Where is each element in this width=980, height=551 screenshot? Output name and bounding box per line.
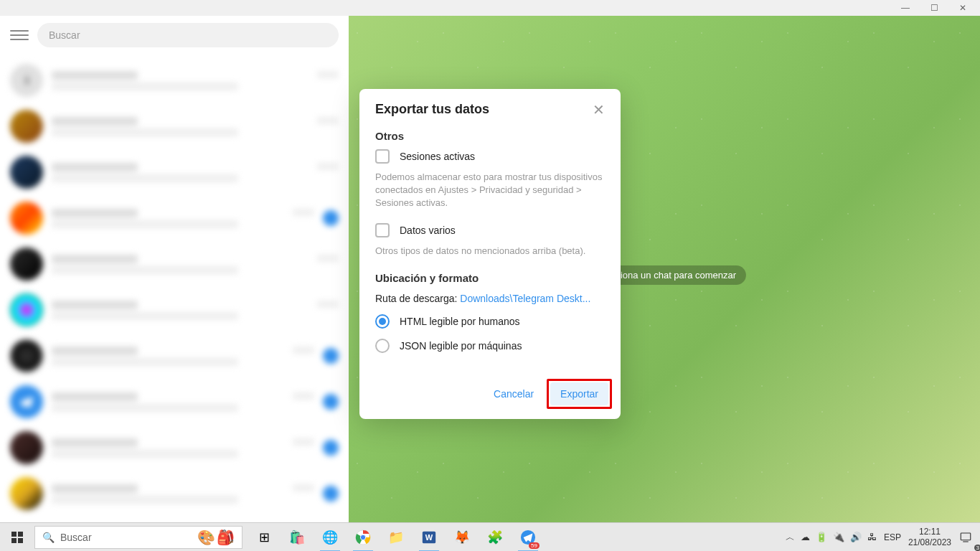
notification-icon <box>959 531 972 544</box>
avatar: ⬇ <box>10 64 43 97</box>
hamburger-menu-button[interactable] <box>10 26 29 44</box>
system-tray: ︿ ☁ 🔋 🔌 🔊 🖧 ESP 12:11 21/08/2023 3 <box>778 527 980 547</box>
checkbox-row-datos-varios[interactable]: Datos varios <box>375 223 605 237</box>
window-titlebar: — ☐ ✕ <box>0 0 980 16</box>
windows-icon <box>11 532 23 543</box>
svg-rect-2 <box>11 538 17 543</box>
chat-list-item[interactable] <box>0 103 349 149</box>
download-path-link[interactable]: Downloads\Telegram Deskt... <box>460 293 590 304</box>
radio-icon <box>375 339 390 353</box>
taskbar-search-widget-icon: 🎒 <box>217 529 235 546</box>
taskbar-search-input[interactable]: 🔍 Buscar 🎨 🎒 <box>34 526 242 549</box>
avatar <box>10 293 43 326</box>
search-icon: 🔍 <box>42 532 55 543</box>
taskbar-pinned-apps: ⊞ 🛍️ 🌐 📁 W 🦊 🧩 59 <box>245 523 547 552</box>
tray-clock[interactable]: 12:11 21/08/2023 <box>908 527 951 547</box>
dialog-body[interactable]: Otros Sesiones activas Podemos almacenar… <box>359 124 621 372</box>
tray-onedrive-icon[interactable]: ☁ <box>801 532 810 542</box>
tray-network-icon[interactable]: 🖧 <box>867 532 877 542</box>
radio-row-html[interactable]: HTML legible por humanos <box>375 314 605 329</box>
taskbar-search-widget-icon: 🎨 <box>197 529 215 546</box>
svg-rect-3 <box>18 538 23 543</box>
taskbar-app-telegram[interactable]: 59 <box>512 523 544 552</box>
tray-time: 12:11 <box>908 527 951 537</box>
chat-list-item[interactable] <box>0 471 349 517</box>
chat-list-item[interactable] <box>0 333 349 379</box>
tray-volume-icon[interactable]: 🔊 <box>850 532 862 542</box>
checkbox-label: Datos varios <box>400 225 456 236</box>
tray-date: 21/08/2023 <box>908 537 951 547</box>
word-icon: W <box>421 529 437 545</box>
chat-list-item[interactable] <box>0 195 349 241</box>
taskbar-app-puzzle[interactable]: 🧩 <box>479 523 511 552</box>
export-button-highlight: Exportar <box>547 379 612 409</box>
avatar <box>10 110 43 143</box>
search-placeholder: Buscar <box>49 29 80 41</box>
cancel-button[interactable]: Cancelar <box>484 382 544 405</box>
tray-battery-icon[interactable]: 🔋 <box>816 532 827 542</box>
svg-rect-0 <box>11 532 17 537</box>
chat-list: ⬇ <box>0 55 349 522</box>
checkbox-icon <box>375 223 390 237</box>
radio-label: JSON legible por máquinas <box>400 340 522 352</box>
window-minimize-button[interactable]: — <box>891 0 920 16</box>
dialog-header: Exportar tus datos ✕ <box>359 89 621 124</box>
avatar <box>10 156 43 189</box>
checkbox-row-sesiones-activas[interactable]: Sesiones activas <box>375 149 605 164</box>
avatar <box>10 385 43 418</box>
chat-list-item[interactable] <box>0 425 349 471</box>
avatar <box>10 202 43 235</box>
window-maximize-button[interactable]: ☐ <box>920 0 948 16</box>
tray-language-indicator[interactable]: ESP <box>884 532 901 542</box>
section-label-ubicacion: Ubicación y formato <box>375 272 605 284</box>
chat-list-item[interactable] <box>0 379 349 425</box>
svg-rect-1 <box>18 532 23 537</box>
dialog-title: Exportar tus datos <box>375 102 489 117</box>
avatar <box>10 339 43 372</box>
notification-count: 3 <box>974 545 980 551</box>
taskbar-app-edge[interactable]: 🌐 <box>314 523 346 552</box>
svg-text:W: W <box>425 532 433 541</box>
taskbar-app-gimp[interactable]: 🦊 <box>446 523 478 552</box>
download-path-label: Ruta de descarga: <box>375 293 460 304</box>
tray-notifications-button[interactable]: 3 <box>958 530 973 545</box>
chrome-icon <box>355 529 371 545</box>
dialog-close-button[interactable]: ✕ <box>593 103 605 117</box>
tray-power-icon[interactable]: 🔌 <box>833 532 844 542</box>
chat-list-item[interactable] <box>0 241 349 287</box>
taskbar-taskview-button[interactable]: ⊞ <box>248 523 280 552</box>
chat-list-item[interactable] <box>0 149 349 195</box>
chat-list-item[interactable]: ⬇ <box>0 57 349 103</box>
taskbar-app-word[interactable]: W <box>413 523 445 552</box>
radio-row-json[interactable]: JSON legible por máquinas <box>375 339 605 353</box>
export-data-dialog: Exportar tus datos ✕ Otros Sesiones acti… <box>359 89 621 419</box>
taskbar-app-explorer[interactable]: 📁 <box>380 523 412 552</box>
tray-chevron-icon[interactable]: ︿ <box>786 531 795 544</box>
tray-icons: ︿ ☁ 🔋 🔌 🔊 🖧 <box>786 531 877 544</box>
checkbox-description: Otros tipos de datos no mencionados arri… <box>375 245 605 258</box>
taskbar-app-chrome[interactable] <box>347 523 379 552</box>
avatar <box>10 431 43 464</box>
taskbar-app-store[interactable]: 🛍️ <box>281 523 313 552</box>
taskbar-search-placeholder: Buscar <box>60 532 92 543</box>
dialog-footer: Cancelar Exportar <box>359 372 621 419</box>
export-button[interactable]: Exportar <box>550 382 608 405</box>
svg-rect-11 <box>961 533 971 540</box>
avatar <box>10 477 43 510</box>
telegram-badge: 59 <box>529 542 540 549</box>
checkbox-description: Podemos almacenar esto para mostrar tus … <box>375 171 605 210</box>
windows-taskbar: 🔍 Buscar 🎨 🎒 ⊞ 🛍️ 🌐 📁 W 🦊 🧩 59 ︿ ☁ <box>0 522 980 551</box>
section-label-otros: Otros <box>375 130 605 142</box>
window-close-button[interactable]: ✕ <box>948 0 977 16</box>
chat-list-item[interactable] <box>0 287 349 333</box>
sidebar-header: Buscar <box>0 16 349 55</box>
radio-label: HTML legible por humanos <box>400 316 520 327</box>
chat-sidebar: Buscar ⬇ <box>0 16 349 522</box>
avatar <box>10 248 43 281</box>
checkbox-icon <box>375 149 390 164</box>
start-button[interactable] <box>0 523 34 552</box>
chat-search-input[interactable]: Buscar <box>37 23 339 47</box>
download-path-row: Ruta de descarga: Downloads\Telegram Des… <box>375 293 605 304</box>
radio-icon <box>375 314 390 329</box>
checkbox-label: Sesiones activas <box>400 151 475 162</box>
